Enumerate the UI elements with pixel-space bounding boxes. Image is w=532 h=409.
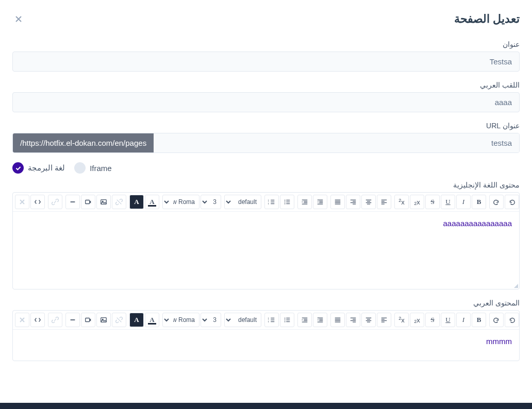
svg-text:3: 3 [268,320,269,323]
undo-button[interactable] [505,313,519,327]
superscript-button[interactable]: x2 [394,195,409,209]
align-right-icon [350,316,357,323]
list-ul-icon [284,316,291,323]
link-button[interactable] [48,195,62,209]
underline-button[interactable]: U [441,313,455,327]
strike-button[interactable]: S [425,313,440,327]
redo-button[interactable] [489,195,504,209]
unlink-button[interactable] [112,313,126,327]
link-button[interactable] [48,313,62,327]
svg-rect-69 [367,322,370,322]
undo-button[interactable] [505,195,519,209]
svg-rect-34 [353,204,356,204]
redo-button[interactable] [489,313,504,327]
underline-button[interactable]: U [441,195,455,209]
superscript-button[interactable]: x2 [394,313,409,327]
ar-editor-area[interactable]: mmmm [13,330,519,361]
image-icon [100,198,107,206]
svg-rect-64 [381,320,387,321]
code-view-button[interactable] [30,313,45,327]
align-justify-button[interactable] [330,195,345,209]
svg-point-43 [285,319,286,320]
font-family-select[interactable]: es New Roma [162,313,200,327]
indent-button[interactable] [297,195,312,209]
close-button[interactable] [12,13,25,25]
paragraph-style-select[interactable]: default [224,195,261,209]
undo-icon [508,198,516,206]
radio-unchecked-icon [74,162,86,174]
resize-handle[interactable] [514,284,518,288]
bg-color-button[interactable]: A [129,313,144,327]
hr-button[interactable] [65,313,80,327]
indent-icon [301,198,308,206]
mode-code[interactable]: لغة البرمجة [12,162,65,174]
strike-button[interactable]: S [425,195,440,209]
outdent-button[interactable] [313,313,327,327]
mode-iframe[interactable]: Iframe [74,162,112,174]
font-color-button[interactable]: A [145,313,159,327]
hr-button[interactable] [65,195,80,209]
align-left-button[interactable] [377,313,391,327]
italic-button[interactable]: I [456,195,471,209]
video-button[interactable] [81,195,95,209]
svg-rect-25 [381,202,387,203]
en-editor-area[interactable]: aaaaaaaaaaaaaaaa [13,212,519,289]
subscript-button[interactable]: x2 [410,195,424,209]
image-button[interactable] [96,313,111,327]
indent-button[interactable] [297,313,312,327]
unlink-button[interactable] [112,195,126,209]
svg-rect-24 [381,201,385,201]
subscript-button[interactable]: x2 [410,313,424,327]
svg-rect-66 [366,318,372,318]
ul-button[interactable] [280,313,294,327]
ol-button[interactable]: 123 [264,313,279,327]
align-right-icon [350,198,357,206]
minus-icon [69,316,76,323]
en-editor: A A 3 es New Roma default 123 [12,192,520,289]
ar-toolbar: A A 3 es New Roma default 123 [13,311,519,330]
svg-rect-62 [381,318,387,318]
bg-color-button[interactable]: A [129,195,144,209]
url-slug-input[interactable] [154,133,519,152]
paragraph-style-select[interactable]: default [224,313,261,327]
bold-button[interactable]: B [472,313,486,327]
align-justify-button[interactable] [330,313,345,327]
font-color-button[interactable]: A [145,195,159,209]
image-button[interactable] [96,195,111,209]
svg-rect-68 [366,320,372,321]
svg-rect-7 [286,201,290,202]
svg-rect-2 [86,200,90,204]
video-button[interactable] [81,313,95,327]
link-icon [52,198,59,206]
outdent-button[interactable] [313,195,327,209]
svg-rect-63 [381,319,385,319]
ol-button[interactable]: 123 [264,195,279,209]
align-right-button[interactable] [346,195,360,209]
video-icon [85,198,92,206]
ul-button[interactable] [280,195,294,209]
arabic-title-input[interactable] [12,92,520,112]
align-left-button[interactable] [377,195,391,209]
svg-rect-67 [367,319,370,319]
code-view-button[interactable] [30,195,45,209]
align-center-button[interactable] [361,195,376,209]
title-input[interactable] [12,52,520,72]
font-family-select[interactable]: es New Roma [162,195,200,209]
svg-rect-50 [271,321,274,322]
clear-format-button[interactable] [15,195,29,209]
clear-format-button[interactable] [15,313,29,327]
svg-rect-30 [367,204,370,204]
title-label: عنوان [12,40,520,48]
svg-rect-61 [302,322,308,322]
svg-rect-31 [351,200,356,200]
font-size-select[interactable]: 3 [201,195,221,209]
svg-rect-18 [318,204,323,204]
align-right-button[interactable] [346,313,360,327]
align-center-button[interactable] [361,313,376,327]
bold-button[interactable]: B [472,195,486,209]
url-label: عنوان URL [12,122,520,130]
font-size-select[interactable]: 3 [201,313,221,327]
indent-icon [301,316,308,323]
outdent-icon [317,316,324,323]
italic-button[interactable]: I [456,313,471,327]
